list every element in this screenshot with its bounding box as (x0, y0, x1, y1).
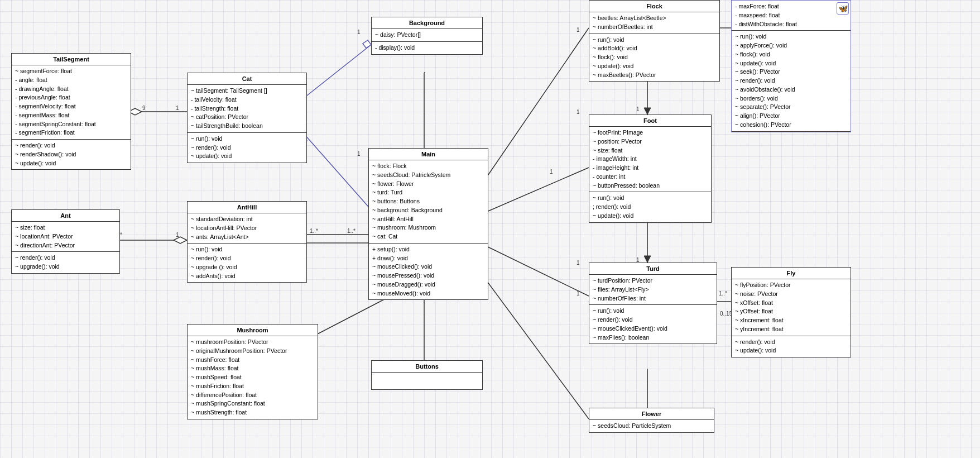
mult-anthill-left: 1 (176, 232, 179, 238)
class-foot-methods: ~ run(): void ; render(): void ~ update(… (589, 192, 711, 222)
class-background-attrs: ~ daisy: PVector[] (372, 29, 482, 42)
class-anthill: AntHill ~ standardDeviation: int ~ locat… (187, 201, 307, 283)
svg-line-13 (486, 246, 589, 296)
svg-line-2 (304, 45, 371, 98)
class-cat-header: Cat (188, 73, 306, 85)
mult-main-flock: 1 (550, 169, 553, 175)
class-flock-attrs: ~ beetles: ArrayList<Beetle> ~ numberOfB… (589, 12, 719, 34)
class-main-attrs: ~ flock: Flock ~ seedsCloud: PatricleSys… (369, 160, 488, 244)
class-buttons: Buttons (371, 360, 483, 390)
class-cat-attrs: ~ tailSegment: TailSegment [] - tailVelo… (188, 85, 306, 133)
mult-cat-right: 1 (176, 105, 179, 111)
svg-marker-17 (644, 256, 651, 263)
svg-line-9 (315, 296, 391, 335)
class-buttons-header: Buttons (372, 361, 482, 373)
class-fly-header: Fly (732, 268, 851, 279)
class-mushroom-header: Mushroom (188, 325, 318, 336)
class-flock-header: Flock (589, 1, 719, 12)
mult-ant-star: * (120, 232, 122, 238)
class-anthill-methods: ~ run(): void ~ render(): void ~ upgrade… (188, 244, 306, 282)
class-background-methods: - display(): void (372, 42, 482, 54)
class-ant-methods: ~ render(): void ~ upgrade(): void (12, 252, 119, 273)
class-buttons-body (372, 373, 482, 389)
class-turd: Turd ~ turdPosition: PVector ~ flies: Ar… (589, 263, 717, 344)
class-flower-header: Flower (589, 408, 714, 420)
class-turd-attrs: ~ turdPosition: PVector ~ flies: ArrayLi… (589, 275, 717, 305)
mult-flock-foot: 1 (577, 109, 580, 115)
class-beetle-attrs: - maxForce: float - maxspeed: float - di… (732, 1, 851, 31)
svg-line-6 (304, 134, 368, 207)
class-tailsegment-header: TailSegment (12, 54, 131, 65)
class-main: Main ~ flock: Flock ~ seedsCloud: Patric… (368, 148, 488, 300)
svg-line-11 (486, 28, 589, 179)
svg-line-12 (486, 168, 589, 212)
mult-main-anthill: 1..* (347, 228, 356, 234)
mult-flock-1: 1 (577, 27, 580, 33)
svg-line-26 (486, 279, 589, 419)
class-background: Background ~ daisy: PVector[] - display(… (371, 17, 483, 55)
mult-foot-turd: 1 (577, 260, 580, 266)
class-foot-attrs: ~ footPrint: PImage ~ position: PVector … (589, 127, 711, 192)
class-fly-attrs: ~ flyPosition: PVector ~ noise: PVector … (732, 279, 851, 336)
class-turd-methods: ~ run(): void ~ render(): void ~ mouseCl… (589, 305, 717, 344)
class-mushroom-attrs: ~ mushroomPosition: PVector ~ originalMu… (188, 336, 318, 419)
class-beetle-methods: ~ run(): void ~ applyForce(): void ~ flo… (732, 31, 851, 131)
svg-marker-15 (644, 108, 651, 115)
uml-canvas: 9 1 1 1 1 1 1 1..* 0..15 * 1 1..* 1..* 1… (0, 0, 980, 458)
class-cat: Cat ~ tailSegment: TailSegment [] - tail… (187, 73, 307, 163)
mult-flock-foot-above: 1 (636, 106, 640, 112)
class-flower: Flower ~ seedsCloud: ParticleSystem (589, 408, 714, 433)
mult-turd-main: 1 (577, 290, 580, 297)
mult-bg-1: 1 (357, 29, 361, 35)
class-background-header: Background (372, 17, 482, 29)
class-cat-methods: ~ run(): void ~ render(): void ~ update(… (188, 133, 306, 163)
class-anthill-attrs: ~ standardDeviation: int ~ locationAntHi… (188, 213, 306, 244)
mult-anthill-right: 1..* (310, 228, 318, 234)
mult-main-bg: 1 (357, 151, 361, 157)
svg-marker-3 (363, 40, 371, 48)
mult-turd-fly-left: 1..* (719, 290, 727, 297)
mult-tailsegment-cat-left: 9 (142, 105, 146, 111)
class-fly-methods: ~ render(): void ~ update(): void (732, 336, 851, 357)
class-tailsegment-attrs: ~ segmentForce: float - angle: float - d… (12, 65, 131, 140)
class-turd-header: Turd (589, 263, 717, 275)
class-beetle: - maxForce: float - maxspeed: float - di… (731, 0, 851, 132)
class-tailsegment-methods: ~ render(): void ~ renderShadow(): void … (12, 140, 131, 169)
class-foot: Foot ~ footPrint: PImage ~ position: PVe… (589, 115, 712, 223)
class-ant-attrs: ~ size: float ~ locationAnt: PVector ~ d… (12, 222, 119, 252)
class-tailsegment: TailSegment ~ segmentForce: float - angl… (11, 53, 131, 170)
class-main-methods: + setup(): void + draw(): void ~ mouseCl… (369, 244, 488, 300)
class-main-header: Main (369, 149, 488, 160)
mult-fly-range: 0..15 (720, 311, 732, 317)
class-anthill-header: AntHill (188, 202, 306, 213)
class-fly: Fly ~ flyPosition: PVector ~ noise: PVec… (731, 267, 851, 357)
class-flock: Flock ~ beetles: ArrayList<Beetle> ~ num… (589, 0, 720, 82)
class-ant-header: Ant (12, 210, 119, 222)
class-flower-attrs: ~ seedsCloud: ParticleSystem (589, 420, 714, 432)
class-mushroom: Mushroom ~ mushroomPosition: PVector ~ o… (187, 324, 318, 419)
class-ant: Ant ~ size: float ~ locationAnt: PVector… (11, 209, 120, 274)
class-flock-methods: ~ run(): void ~ addBold(): void ~ flock(… (589, 34, 719, 82)
class-foot-header: Foot (589, 115, 711, 127)
